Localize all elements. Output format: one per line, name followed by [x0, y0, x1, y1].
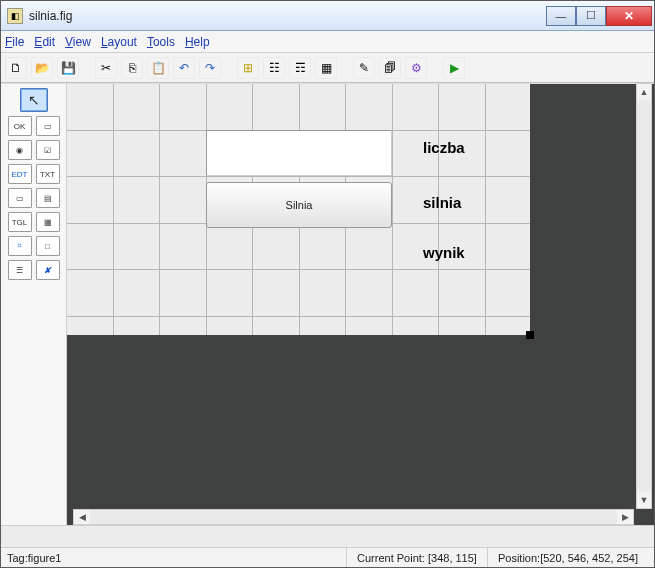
- menu-editor-icon[interactable]: ☷: [263, 57, 285, 79]
- canvas-area[interactable]: Silnia liczba silnia wynik: [67, 84, 654, 567]
- open-icon[interactable]: 📂: [31, 57, 53, 79]
- radio-tool[interactable]: ◉: [8, 140, 32, 160]
- checkbox-tool[interactable]: ☑: [36, 140, 60, 160]
- axes-tool[interactable]: ⌗: [8, 236, 32, 256]
- new-icon[interactable]: 🗋: [5, 57, 27, 79]
- scroll-up-icon[interactable]: ▲: [637, 84, 651, 100]
- menu-layout[interactable]: Layout: [101, 35, 137, 49]
- xtool[interactable]: ✘: [36, 260, 60, 280]
- editor-icon[interactable]: ✎: [353, 57, 375, 79]
- resize-handle[interactable]: [526, 331, 534, 339]
- menu-help[interactable]: Help: [185, 35, 210, 49]
- vertical-scrollbar[interactable]: ▲ ▼: [636, 83, 652, 509]
- status-position: Position: [520, 546, 452, 254]: [487, 548, 648, 567]
- toggle-tool[interactable]: TGL: [8, 212, 32, 232]
- select-tool[interactable]: ↖: [20, 88, 48, 112]
- component-palette: ↖ OK ▭ ◉ ☑ EDT TXT ▭ ▤ TGL ▦ ⌗: [1, 84, 67, 567]
- activex-tool[interactable]: ☰: [8, 260, 32, 280]
- scroll-left-icon[interactable]: ◀: [74, 510, 90, 524]
- cut-icon[interactable]: ✂: [95, 57, 117, 79]
- panel-tool[interactable]: □: [36, 236, 60, 256]
- save-icon[interactable]: 💾: [57, 57, 79, 79]
- property-icon[interactable]: 🗐: [379, 57, 401, 79]
- menubar: File Edit View Layout Tools Help: [1, 31, 654, 53]
- pushbutton-silnia[interactable]: Silnia: [206, 182, 392, 228]
- app-icon: ◧: [7, 8, 23, 24]
- toolbar: 🗋 📂 💾 ✂ ⎘ 📋 ↶ ↷ ⊞ ☷ ☶ ▦ ✎ 🗐 ⚙ ▶: [1, 53, 654, 83]
- paste-icon[interactable]: 📋: [147, 57, 169, 79]
- toolbar-editor-icon[interactable]: ▦: [315, 57, 337, 79]
- edit-field-liczba[interactable]: [206, 130, 392, 176]
- statusbar: Tag: figure1 Current Point: [348, 115] P…: [1, 547, 654, 567]
- titlebar[interactable]: ◧ silnia.fig — ☐ ✕: [1, 1, 654, 31]
- menu-file[interactable]: File: [5, 35, 24, 49]
- tab-order-icon[interactable]: ☶: [289, 57, 311, 79]
- pushbutton-tool[interactable]: OK: [8, 116, 32, 136]
- listbox-tool[interactable]: ▤: [36, 188, 60, 208]
- maximize-button[interactable]: ☐: [576, 6, 606, 26]
- edit-tool[interactable]: EDT: [8, 164, 32, 184]
- window-title: silnia.fig: [29, 9, 546, 23]
- text-tool[interactable]: TXT: [36, 164, 60, 184]
- run-icon[interactable]: ▶: [443, 57, 465, 79]
- minimize-button[interactable]: —: [546, 6, 576, 26]
- guide-window: ◧ silnia.fig — ☐ ✕ File Edit View Layout…: [0, 0, 655, 568]
- horizontal-scrollbar[interactable]: ◀ ▶: [73, 509, 634, 525]
- figure-canvas[interactable]: Silnia liczba silnia wynik: [67, 84, 530, 335]
- label-silnia: silnia: [423, 194, 461, 211]
- align-icon[interactable]: ⊞: [237, 57, 259, 79]
- scroll-right-icon[interactable]: ▶: [617, 510, 633, 524]
- main-area: ↖ OK ▭ ◉ ☑ EDT TXT ▭ ▤ TGL ▦ ⌗: [1, 83, 654, 567]
- close-button[interactable]: ✕: [606, 6, 652, 26]
- copy-icon[interactable]: ⎘: [121, 57, 143, 79]
- menu-edit[interactable]: Edit: [34, 35, 55, 49]
- slider-tool[interactable]: ▭: [36, 116, 60, 136]
- menu-view[interactable]: View: [65, 35, 91, 49]
- table-tool[interactable]: ▦: [36, 212, 60, 232]
- status-tag: Tag: figure1: [7, 548, 346, 567]
- undo-icon[interactable]: ↶: [173, 57, 195, 79]
- scroll-down-icon[interactable]: ▼: [637, 492, 651, 508]
- menu-tools[interactable]: Tools: [147, 35, 175, 49]
- popup-tool[interactable]: ▭: [8, 188, 32, 208]
- redo-icon[interactable]: ↷: [199, 57, 221, 79]
- label-liczba: liczba: [423, 139, 465, 156]
- object-browser-icon[interactable]: ⚙: [405, 57, 427, 79]
- label-wynik: wynik: [423, 244, 465, 261]
- status-current-point: Current Point: [348, 115]: [346, 548, 487, 567]
